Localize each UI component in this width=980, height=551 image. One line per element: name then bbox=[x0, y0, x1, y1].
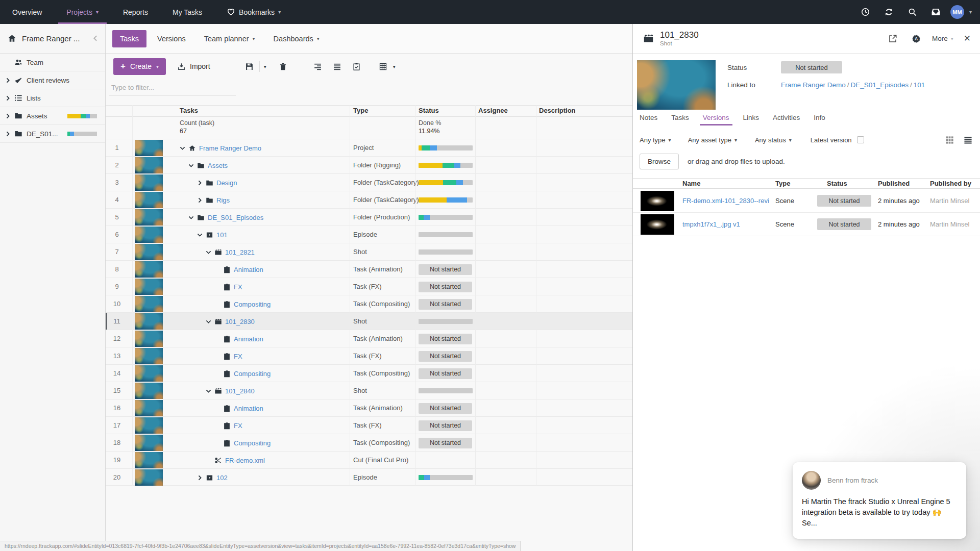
version-column-name[interactable]: Name bbox=[682, 180, 700, 187]
row-thumbnail[interactable] bbox=[135, 400, 163, 416]
latest-version-checkbox[interactable] bbox=[857, 136, 864, 143]
panel-tab-info[interactable]: Info bbox=[814, 114, 825, 126]
delete-icon[interactable] bbox=[276, 59, 291, 74]
entity-link[interactable]: FX bbox=[234, 353, 242, 360]
panel-tab-links[interactable]: Links bbox=[743, 114, 760, 126]
status-badge[interactable]: Not started bbox=[419, 403, 472, 414]
entity-link[interactable]: Animation bbox=[234, 266, 263, 273]
panel-tab-notes[interactable]: Notes bbox=[640, 114, 657, 126]
table-row[interactable]: 14 Compositing Task (Compositing) Not st… bbox=[106, 364, 632, 382]
tree-collapse-icon[interactable] bbox=[197, 232, 206, 238]
entity-link[interactable]: Compositing bbox=[234, 370, 271, 378]
entity-link[interactable]: DE_S01_Episodes bbox=[208, 214, 263, 221]
row-thumbnail[interactable] bbox=[135, 244, 163, 260]
row-thumbnail[interactable] bbox=[135, 174, 163, 191]
table-row[interactable]: 17 FX Task (FX) Not started bbox=[106, 416, 632, 434]
close-icon[interactable]: ✕ bbox=[962, 32, 973, 45]
table-row[interactable]: 11 101_2830 Shot bbox=[106, 312, 632, 330]
chat-widget[interactable]: Benn from ftrack Hi Martin The ftrack St… bbox=[793, 462, 966, 539]
tree-collapse-icon[interactable] bbox=[206, 319, 214, 324]
status-badge[interactable]: Not started bbox=[419, 368, 472, 379]
entity-link[interactable]: FX bbox=[234, 283, 242, 291]
sidebar-item-assets[interactable]: Assets bbox=[0, 107, 105, 125]
row-thumbnail[interactable] bbox=[135, 209, 163, 226]
expand-chevron-icon[interactable] bbox=[5, 131, 14, 137]
entity-link[interactable]: Assets bbox=[208, 162, 228, 169]
tab-tasks[interactable]: Tasks bbox=[112, 30, 146, 47]
nav-overview[interactable]: Overview bbox=[0, 0, 54, 24]
chevron-down-icon[interactable]: ▾ bbox=[969, 9, 972, 15]
expand-chevron-icon[interactable] bbox=[5, 113, 14, 119]
entity-link[interactable]: 101_2830 bbox=[225, 318, 255, 325]
status-badge[interactable]: Not started bbox=[419, 282, 472, 292]
import-button[interactable]: Import bbox=[177, 62, 210, 71]
version-link[interactable]: tmpxh1f7x1_.jpg v1 bbox=[682, 220, 740, 228]
version-thumbnail[interactable] bbox=[641, 214, 674, 235]
status-badge[interactable]: Not started bbox=[419, 334, 472, 344]
view-options-chevron-icon[interactable]: ▾ bbox=[391, 64, 398, 69]
entity-link[interactable]: Design bbox=[216, 179, 237, 187]
entity-link[interactable]: 102 bbox=[216, 474, 228, 482]
table-row[interactable]: 13 FX Task (FX) Not started bbox=[106, 347, 632, 364]
save-icon[interactable] bbox=[242, 59, 257, 74]
sidebar-item-de-s01[interactable]: DE_S01... bbox=[0, 125, 105, 143]
row-thumbnail[interactable] bbox=[135, 469, 163, 486]
sync-icon[interactable] bbox=[880, 3, 898, 21]
row-thumbnail[interactable] bbox=[135, 279, 163, 295]
grid-view-icon[interactable] bbox=[376, 59, 391, 74]
panel-tab-versions[interactable]: Versions bbox=[703, 114, 729, 126]
filter-any-status[interactable]: Any status▾ bbox=[755, 136, 792, 144]
filter-any-type[interactable]: Any type▾ bbox=[640, 136, 671, 144]
version-column-type[interactable]: Type bbox=[775, 180, 790, 187]
nav-bookmarks[interactable]: Bookmarks▾ bbox=[214, 0, 293, 24]
status-badge[interactable]: Not started bbox=[781, 61, 842, 73]
row-thumbnail[interactable] bbox=[135, 140, 163, 156]
row-thumbnail[interactable] bbox=[135, 227, 163, 243]
row-thumbnail[interactable] bbox=[135, 192, 163, 208]
inbox-icon[interactable] bbox=[927, 3, 945, 21]
table-row[interactable]: 20 102 Episode bbox=[106, 468, 632, 486]
recent-clock-icon[interactable] bbox=[856, 3, 875, 21]
filter-any-asset-type[interactable]: Any asset type▾ bbox=[688, 136, 737, 144]
more-button[interactable]: More▾ bbox=[932, 35, 953, 42]
table-row[interactable]: 1 Frame Ranger Demo Project bbox=[106, 139, 632, 156]
status-badge[interactable]: Not started bbox=[419, 299, 472, 310]
row-thumbnail[interactable] bbox=[135, 261, 163, 278]
tree-collapse-icon[interactable] bbox=[188, 163, 197, 168]
version-column-published-by[interactable]: Published by bbox=[930, 180, 971, 187]
entity-link[interactable]: Rigs bbox=[216, 196, 230, 204]
browse-button[interactable]: Browse bbox=[640, 154, 679, 169]
table-row[interactable]: 7 101_2821 Shot bbox=[106, 243, 632, 260]
shot-thumbnail[interactable] bbox=[637, 60, 716, 110]
column-header-assignee[interactable]: Assignee bbox=[478, 107, 508, 114]
table-row[interactable]: 9 FX Task (FX) Not started bbox=[106, 278, 632, 295]
table-row[interactable]: 3 Design Folder (TaskCategory) bbox=[106, 173, 632, 191]
row-thumbnail[interactable] bbox=[135, 313, 163, 330]
column-header-status[interactable]: Status bbox=[419, 107, 439, 114]
tree-expand-icon[interactable] bbox=[197, 475, 206, 481]
row-thumbnail[interactable] bbox=[135, 383, 163, 399]
version-row[interactable]: tmpxh1f7x1_.jpg v1 Scene Not started 2 m… bbox=[633, 213, 980, 236]
version-column-status[interactable]: Status bbox=[827, 180, 847, 187]
table-row[interactable]: 8 Animation Task (Animation) Not started bbox=[106, 260, 632, 278]
tab-dashboards[interactable]: Dashboards▾ bbox=[266, 30, 327, 47]
collapse-sidebar-icon[interactable] bbox=[92, 35, 100, 43]
row-thumbnail[interactable] bbox=[135, 452, 163, 468]
save-options-chevron-icon[interactable]: ▾ bbox=[262, 64, 268, 69]
table-row[interactable]: 2 Assets Folder (Rigging) bbox=[106, 156, 632, 173]
filter-input[interactable] bbox=[109, 81, 236, 95]
row-thumbnail[interactable] bbox=[135, 417, 163, 434]
user-avatar[interactable]: MM bbox=[950, 5, 964, 19]
chat-message[interactable]: Hi Martin The ftrack Studio x Unreal Eng… bbox=[802, 496, 957, 529]
expand-rows-icon[interactable] bbox=[330, 59, 345, 74]
tree-collapse-icon[interactable] bbox=[206, 249, 214, 255]
table-row[interactable]: 15 101_2840 Shot bbox=[106, 382, 632, 399]
tasks-filter-icon[interactable] bbox=[349, 59, 364, 74]
column-header-type[interactable]: Type bbox=[353, 107, 368, 114]
sidebar-item-client-reviews[interactable]: Client reviews bbox=[0, 71, 105, 89]
breadcrumb-link[interactable]: DE_S01_Episodes bbox=[851, 81, 909, 89]
panel-tab-activities[interactable]: Activities bbox=[773, 114, 800, 126]
tree-collapse-icon[interactable] bbox=[180, 145, 188, 151]
row-thumbnail[interactable] bbox=[135, 348, 163, 364]
tab-team-planner[interactable]: Team planner▾ bbox=[197, 30, 263, 47]
